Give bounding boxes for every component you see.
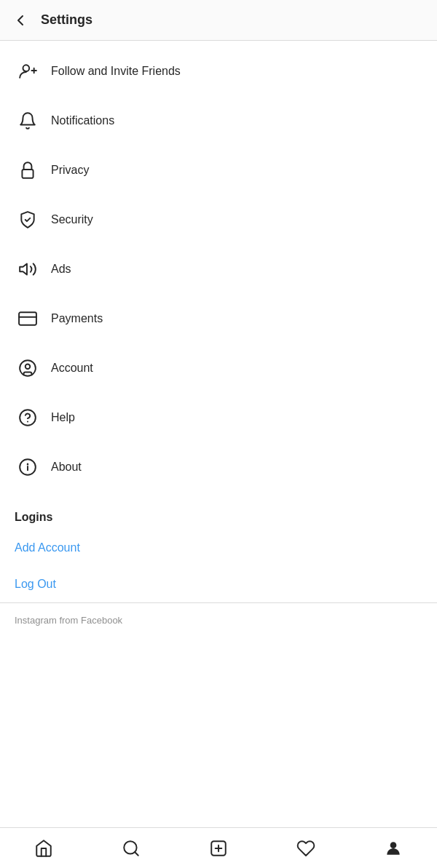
account-label: Account	[51, 362, 93, 375]
back-button[interactable]	[12, 12, 29, 29]
nav-new-post[interactable]	[201, 831, 236, 866]
ads-label: Ads	[51, 263, 71, 276]
svg-point-7	[20, 360, 36, 376]
menu-item-security[interactable]: Security	[0, 195, 437, 244]
svg-point-0	[23, 65, 30, 71]
svg-line-15	[135, 852, 138, 856]
menu-item-payments[interactable]: Payments	[0, 294, 437, 343]
svg-rect-3	[22, 170, 33, 178]
profile-icon	[384, 839, 403, 858]
new-post-icon	[209, 839, 228, 858]
follow-icon	[15, 58, 41, 84]
menu-item-about[interactable]: About	[0, 442, 437, 492]
menu-item-privacy[interactable]: Privacy	[0, 146, 437, 195]
search-icon	[122, 839, 141, 858]
help-label: Help	[51, 411, 75, 424]
page-title: Settings	[41, 12, 92, 28]
logins-section-label: Logins	[0, 498, 437, 530]
menu-item-notifications[interactable]: Notifications	[0, 96, 437, 146]
nav-profile[interactable]	[376, 831, 411, 866]
security-label: Security	[51, 213, 93, 226]
menu-item-account[interactable]: Account	[0, 343, 437, 393]
bell-icon	[15, 108, 41, 134]
menu-item-ads[interactable]: Ads	[0, 244, 437, 294]
notifications-label: Notifications	[51, 114, 114, 127]
header: Settings	[0, 0, 437, 41]
add-account-link[interactable]: Add Account	[0, 530, 437, 566]
svg-marker-4	[20, 263, 27, 274]
svg-point-8	[25, 365, 31, 370]
help-icon	[15, 405, 41, 431]
nav-activity[interactable]	[288, 831, 323, 866]
card-icon	[15, 306, 41, 332]
nav-home[interactable]	[26, 831, 61, 866]
footer-text: Instagram from Facebook	[0, 602, 437, 637]
nav-search[interactable]	[114, 831, 149, 866]
follow-label: Follow and Invite Friends	[51, 65, 181, 78]
menu-item-help[interactable]: Help	[0, 393, 437, 442]
privacy-label: Privacy	[51, 164, 89, 177]
bottom-nav	[0, 827, 437, 868]
svg-point-9	[20, 410, 36, 426]
account-icon	[15, 355, 41, 381]
log-out-link[interactable]: Log Out	[0, 566, 437, 602]
about-label: About	[51, 461, 82, 474]
menu-item-follow[interactable]: Follow and Invite Friends	[0, 47, 437, 96]
info-icon	[15, 454, 41, 480]
home-icon	[34, 839, 53, 858]
lock-icon	[15, 157, 41, 183]
shield-icon	[15, 207, 41, 233]
svg-rect-5	[19, 312, 36, 324]
svg-point-19	[390, 842, 397, 848]
ads-icon	[15, 256, 41, 282]
payments-label: Payments	[51, 312, 103, 325]
settings-menu: Follow and Invite Friends Notifications …	[0, 41, 437, 498]
heart-icon	[296, 839, 315, 858]
